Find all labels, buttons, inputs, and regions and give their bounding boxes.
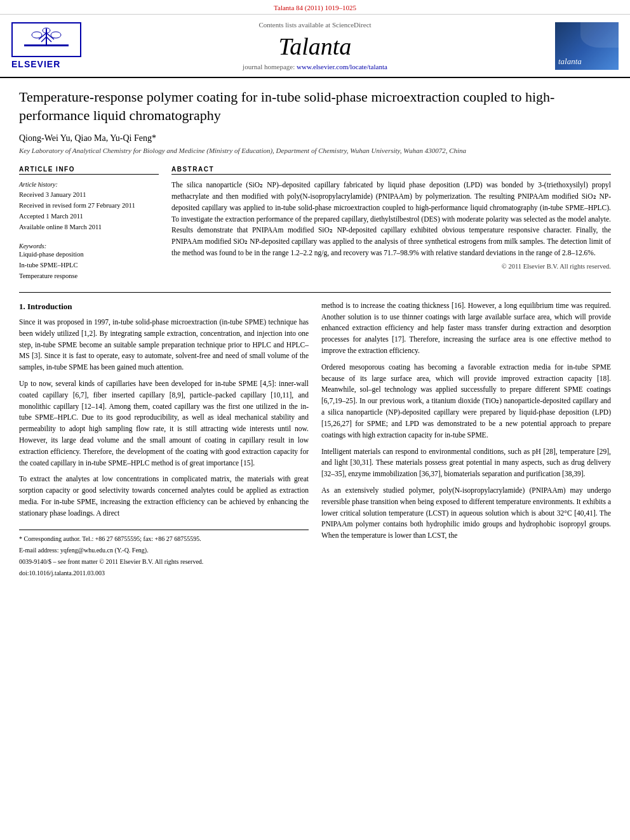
abstract-text: The silica nanoparticle (SiO₂ NP)–deposi… <box>171 180 611 259</box>
article-title: Temperature-response polymer coating for… <box>19 88 611 124</box>
abstract-label: Abstract <box>171 166 611 175</box>
svg-point-7 <box>51 32 61 38</box>
elsevier-branding: ELSEVIER <box>11 22 94 69</box>
body-right-col: method is to increase the coating thickn… <box>321 300 611 580</box>
svg-rect-0 <box>24 44 69 46</box>
keyword-3: Temperature response <box>19 271 159 282</box>
article-info-label: Article Info <box>19 166 159 175</box>
intro-para-3: To extract the analytes at low concentra… <box>19 474 309 519</box>
keyword-2: In-tube SPME–HPLC <box>19 260 159 271</box>
right-para-2: Ordered mesoporous coating has becoming … <box>321 362 611 441</box>
article-authors: Qiong-Wei Yu, Qiao Ma, Yu-Qi Feng* <box>19 133 611 143</box>
svg-line-5 <box>46 37 51 42</box>
revised-date: Received in revised form 27 February 201… <box>19 201 159 211</box>
body-left-col: 1. Introduction Since it was proposed in… <box>19 300 309 580</box>
article-info-abstract-section: Article Info Article history: Received 3… <box>19 166 611 282</box>
copyright-line: © 2011 Elsevier B.V. All rights reserved… <box>171 263 611 270</box>
intro-heading: 1. Introduction <box>19 300 309 313</box>
abstract-col: Abstract The silica nanoparticle (SiO₂ N… <box>171 166 611 282</box>
talanta-cover-text: talanta <box>558 57 582 67</box>
section-divider <box>19 292 611 293</box>
history-label: Article history: <box>19 180 159 190</box>
keywords-label: Keywords: <box>19 243 159 250</box>
right-para-3: Intelligent materials can respond to env… <box>321 446 611 480</box>
article-affiliation: Key Laboratory of Analytical Chemistry f… <box>19 147 611 154</box>
journal-title-section: Contents lists available at ScienceDirec… <box>94 21 536 70</box>
journal-homepage-link[interactable]: www.elsevier.com/locate/talanta <box>297 63 387 70</box>
right-para-4: As an extensively studied polymer, poly(… <box>321 485 611 542</box>
article-history: Article history: Received 3 January 2011… <box>19 180 159 232</box>
body-section: 1. Introduction Since it was proposed in… <box>19 300 611 580</box>
elsevier-logo: ELSEVIER <box>11 22 94 69</box>
issn-footnote: 0039-9140/$ – see front matter © 2011 El… <box>19 557 309 566</box>
sciencedirect-line: Contents lists available at ScienceDirec… <box>94 21 536 29</box>
journal-homepage-line: journal homepage: www.elsevier.com/locat… <box>94 63 536 70</box>
article-info-col: Article Info Article history: Received 3… <box>19 166 159 282</box>
accepted-date: Accepted 1 March 2011 <box>19 211 159 222</box>
journal-logo-right: talanta <box>536 22 619 70</box>
journal-header: ELSEVIER Contents lists available at Sci… <box>0 15 630 78</box>
intro-para-1: Since it was proposed in 1997, in-tube s… <box>19 317 309 373</box>
footnotes: * Corresponding author. Tel.: +86 27 687… <box>19 530 309 578</box>
elsevier-tree-logo <box>11 22 81 57</box>
article-main: Temperature-response polymer coating for… <box>0 78 630 580</box>
journal-citation-text: Talanta 84 (2011) 1019–1025 <box>274 4 356 11</box>
corresponding-author: * Corresponding author. Tel.: +86 27 687… <box>19 534 309 543</box>
svg-line-4 <box>41 37 46 42</box>
available-date: Available online 8 March 2011 <box>19 222 159 233</box>
received-date: Received 3 January 2011 <box>19 190 159 201</box>
keyword-1: Liquid-phase deposition <box>19 250 159 260</box>
right-para-1: method is to increase the coating thickn… <box>321 300 611 357</box>
keywords-list: Liquid-phase deposition In-tube SPME–HPL… <box>19 250 159 281</box>
journal-citation-bar: Talanta 84 (2011) 1019–1025 <box>0 0 630 15</box>
svg-point-6 <box>32 32 42 38</box>
journal-title: Talanta <box>94 32 536 60</box>
doi-footnote: doi:10.1016/j.talanta.2011.03.003 <box>19 568 309 578</box>
talanta-cover-image: talanta <box>555 22 619 70</box>
elsevier-wordmark: ELSEVIER <box>11 59 60 69</box>
email-footnote: E-mail address: yqfeng@whu.edu.cn (Y.-Q.… <box>19 545 309 555</box>
intro-para-2: Up to now, several kinds of capillaries … <box>19 378 309 469</box>
